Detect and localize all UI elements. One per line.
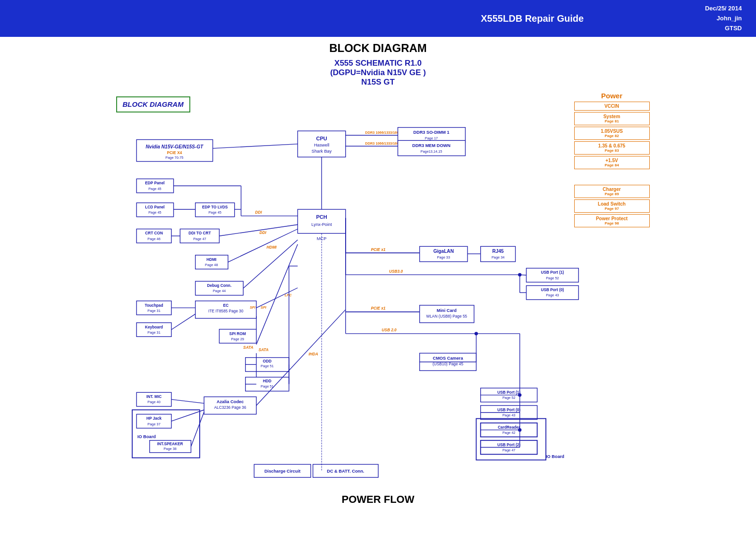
schematic-title-line3: N15S GT <box>107 78 650 87</box>
svg-line-162 <box>191 412 204 447</box>
svg-rect-92 <box>480 247 515 262</box>
svg-text:Page 29: Page 29 <box>231 337 244 341</box>
svg-text:Page 51: Page 51 <box>261 385 273 389</box>
svg-rect-24 <box>136 179 173 193</box>
block-label-box: BLOCK DIAGRAM <box>116 96 190 112</box>
svg-rect-163 <box>132 410 199 458</box>
svg-rect-43 <box>180 229 219 243</box>
power-system: System Page 81 <box>574 112 650 125</box>
svg-text:Page13,14,15: Page13,14,15 <box>420 150 442 154</box>
svg-rect-27 <box>136 203 173 217</box>
svg-rect-30 <box>195 203 234 217</box>
svg-text:IHDA: IHDA <box>308 352 318 356</box>
svg-text:ITE IT8585  Page 30: ITE IT8585 Page 30 <box>208 309 244 313</box>
svg-text:Touchpad: Touchpad <box>144 303 163 308</box>
svg-rect-164 <box>254 465 311 478</box>
svg-text:Discharge Circuit: Discharge Circuit <box>264 469 300 474</box>
svg-text:Page 48: Page 48 <box>205 263 218 267</box>
svg-text:ODD: ODD <box>263 359 271 363</box>
svg-text:Nvidia N15V-GE/N15S-GT: Nvidia N15V-GE/N15S-GT <box>145 144 204 149</box>
svg-text:Haswell: Haswell <box>314 143 329 148</box>
svg-line-157 <box>171 410 204 422</box>
svg-text:GigaLAN: GigaLAN <box>433 249 453 254</box>
svg-text:PCH: PCH <box>316 215 327 220</box>
svg-text:Page 33: Page 33 <box>437 256 450 260</box>
power-section: Power VCCIN System Page 81 1.05VSUS Page… <box>574 92 650 229</box>
svg-text:Page 38: Page 38 <box>163 447 176 451</box>
power-vccin: VCCIN <box>574 102 650 111</box>
svg-text:SPI: SPI <box>249 306 255 310</box>
svg-rect-115 <box>419 354 476 371</box>
svg-point-118 <box>474 332 477 336</box>
svg-text:CPU: CPU <box>316 136 327 142</box>
svg-text:SATA: SATA <box>243 345 253 350</box>
header-date: Dec/25/ 2014 <box>705 4 742 14</box>
diagram-svg: Nvidia N15V-GE/N15S-GT PCIE X4 Page 70-7… <box>107 92 650 484</box>
svg-text:DDR3 1066/1333/1600MHz: DDR3 1066/1333/1600MHz <box>365 141 408 146</box>
svg-text:Page 31: Page 31 <box>147 330 160 335</box>
svg-text:Page 52: Page 52 <box>502 396 515 400</box>
svg-text:PCIE x1: PCIE x1 <box>371 247 385 252</box>
svg-text:EDP Panel: EDP Panel <box>145 181 164 186</box>
svg-text:DDR3 SO-DIMM 1: DDR3 SO-DIMM 1 <box>413 130 449 135</box>
svg-text:PCIE X4: PCIE X4 <box>167 150 182 155</box>
svg-text:USB Port (1): USB Port (1) <box>497 390 520 395</box>
header-author: John_jin <box>705 14 742 24</box>
svg-text:HDMI: HDMI <box>266 245 277 250</box>
svg-text:Page 43: Page 43 <box>546 293 559 298</box>
svg-text:Shark Bay: Shark Bay <box>311 149 331 154</box>
svg-line-151 <box>171 399 204 403</box>
svg-text:Page 34: Page 34 <box>491 256 504 260</box>
svg-rect-154 <box>136 414 171 429</box>
svg-line-71 <box>171 314 195 330</box>
svg-text:Keyboard: Keyboard <box>144 325 162 329</box>
svg-text:Debug Conn.: Debug Conn. <box>207 284 231 288</box>
svg-rect-10 <box>398 128 465 143</box>
svg-text:DDR3 MEM DOWN: DDR3 MEM DOWN <box>412 144 450 148</box>
svg-text:RJ45: RJ45 <box>492 249 504 254</box>
svg-text:SATA: SATA <box>258 347 268 352</box>
svg-text:Page 40: Page 40 <box>147 400 160 405</box>
svg-rect-132 <box>480 423 537 437</box>
svg-rect-40 <box>136 229 171 243</box>
svg-text:(USB10)  Page 45: (USB10) Page 45 <box>433 362 463 367</box>
svg-text:SPI ROM: SPI ROM <box>229 331 246 336</box>
svg-text:Page 44: Page 44 <box>212 289 225 293</box>
svg-text:IO Board: IO Board <box>546 454 564 459</box>
svg-rect-68 <box>136 323 171 337</box>
svg-text:EDP TO LVDS: EDP TO LVDS <box>202 205 228 210</box>
svg-rect-15 <box>398 141 465 156</box>
svg-rect-166 <box>313 465 378 478</box>
svg-line-47 <box>219 225 297 236</box>
bottom-title: POWER FLOW <box>9 493 747 506</box>
svg-rect-99 <box>526 268 578 283</box>
svg-text:CardReader: CardReader <box>498 425 520 430</box>
svg-text:LPC: LPC <box>284 293 291 298</box>
svg-text:USB Port (2): USB Port (2) <box>497 442 520 447</box>
block-label-text: BLOCK DIAGRAM <box>123 100 184 108</box>
svg-text:Page 45: Page 45 <box>148 187 161 191</box>
svg-text:Page 47: Page 47 <box>502 448 515 452</box>
svg-text:Page 70-75: Page 70-75 <box>165 155 183 160</box>
svg-rect-124 <box>480 406 537 420</box>
svg-text:HP Jack: HP Jack <box>146 416 161 421</box>
power-header: Power <box>574 92 650 100</box>
svg-text:INT. MIC: INT. MIC <box>146 395 161 399</box>
svg-text:Page 46: Page 46 <box>147 237 160 241</box>
svg-text:DDR3 1066/1333/1600MHz: DDR3 1066/1333/1600MHz <box>365 130 408 135</box>
svg-rect-19 <box>297 209 345 233</box>
svg-rect-148 <box>204 397 256 414</box>
svg-text:WLAN (USB8)  Page 55: WLAN (USB8) Page 55 <box>426 314 467 319</box>
svg-line-66 <box>256 288 297 308</box>
diagram-container: X555 SCHEMATIC R1.0 (DGPU=Nvidia N15V GE… <box>107 59 650 484</box>
main-content: BLOCK DIAGRAM X555 SCHEMATIC R1.0 (DGPU=… <box>0 37 756 510</box>
svg-point-98 <box>518 273 521 276</box>
svg-point-142 <box>518 428 521 431</box>
svg-line-18 <box>212 144 297 148</box>
svg-text:CRT CON: CRT CON <box>145 231 163 236</box>
svg-text:SPI: SPI <box>261 306 267 310</box>
svg-point-129 <box>518 394 521 397</box>
svg-rect-57 <box>136 301 171 315</box>
svg-text:DDI: DDI <box>259 230 266 235</box>
svg-rect-49 <box>195 255 228 269</box>
